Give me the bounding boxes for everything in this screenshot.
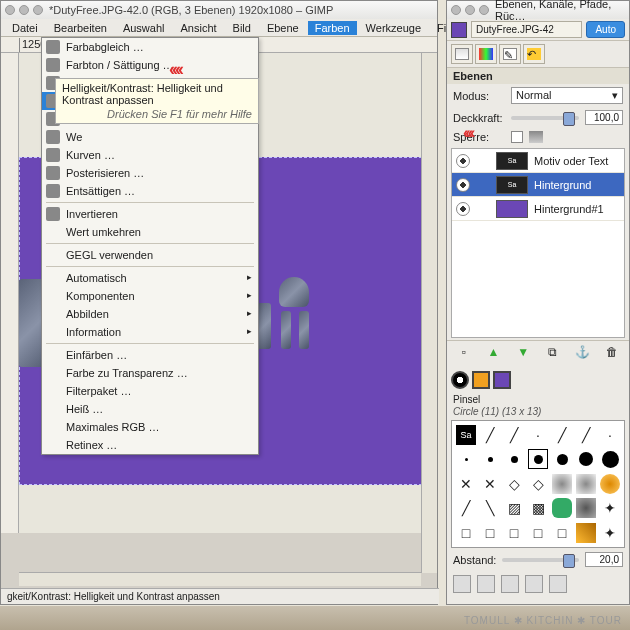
brush-grid[interactable]: Sa ╱ ╱ · ╱ ╱ · ✕ ✕ ◇ ◇ ╱ ╲ ▨ ▩ ✦ □ □ □ □…: [451, 420, 625, 548]
refresh-brush-icon[interactable]: [549, 575, 567, 593]
brush-item[interactable]: ·: [528, 425, 548, 445]
menu-ebene[interactable]: Ebene: [260, 21, 306, 35]
brush-item[interactable]: [552, 449, 572, 469]
dd-posterisieren[interactable]: Posterisieren …: [42, 164, 258, 182]
brush-item[interactable]: ╱: [456, 498, 476, 518]
brush-item[interactable]: Sa: [456, 425, 476, 445]
duplicate-brush-icon[interactable]: [501, 575, 519, 593]
brush-item[interactable]: ╱: [480, 425, 500, 445]
anchor-layer-icon[interactable]: ⚓: [573, 345, 591, 363]
brush-item[interactable]: [576, 498, 596, 518]
image-thumb-icon[interactable]: [451, 22, 467, 38]
auto-button[interactable]: Auto: [586, 21, 625, 38]
dd-retinex[interactable]: Retinex …: [42, 436, 258, 454]
brush-item[interactable]: ◇: [504, 474, 524, 494]
duplicate-layer-icon[interactable]: ⧉: [544, 345, 562, 363]
menubar[interactable]: Datei Bearbeiten Auswahl Ansicht Bild Eb…: [1, 19, 437, 37]
traffic-lights[interactable]: [5, 5, 43, 15]
brush-item[interactable]: [576, 474, 596, 494]
new-brush-icon[interactable]: [477, 575, 495, 593]
menu-datei[interactable]: Datei: [5, 21, 45, 35]
dd-invertieren[interactable]: Invertieren: [42, 205, 258, 223]
layer-name[interactable]: Hintergrund#1: [534, 203, 604, 215]
minimize-dot[interactable]: [19, 5, 29, 15]
dd-max-rgb[interactable]: Maximales RGB …: [42, 418, 258, 436]
brush-item[interactable]: [480, 449, 500, 469]
dd-gegl[interactable]: GEGL verwenden: [42, 246, 258, 264]
lock-pixels-checkbox[interactable]: [511, 131, 523, 143]
brush-item[interactable]: ▩: [528, 498, 548, 518]
brush-item[interactable]: □: [480, 523, 500, 543]
brush-item[interactable]: ·: [600, 425, 620, 445]
close-dot[interactable]: [451, 5, 461, 15]
layer-item[interactable]: Sa Motiv oder Text: [452, 149, 624, 173]
lock-alpha-icon[interactable]: [529, 131, 543, 143]
paths-tab-icon[interactable]: ✎: [499, 44, 521, 64]
layer-visibility-icon[interactable]: [456, 202, 470, 216]
delete-brush-icon[interactable]: [525, 575, 543, 593]
close-dot[interactable]: [5, 5, 15, 15]
brush-item[interactable]: ✦: [600, 498, 620, 518]
brush-item[interactable]: ╱: [552, 425, 572, 445]
brush-item[interactable]: ✕: [480, 474, 500, 494]
layer-visibility-icon[interactable]: [456, 178, 470, 192]
image-name[interactable]: DutyFree.JPG-42: [471, 21, 582, 38]
delete-layer-icon[interactable]: 🗑: [603, 345, 621, 363]
menu-bild[interactable]: Bild: [226, 21, 258, 35]
opacity-value[interactable]: 100,0: [585, 110, 623, 125]
layers-tab-icon[interactable]: [451, 44, 473, 64]
menu-farben[interactable]: Farben: [308, 21, 357, 35]
brush-item[interactable]: ✦: [600, 523, 620, 543]
brush-item[interactable]: [600, 449, 620, 469]
menu-auswahl[interactable]: Auswahl: [116, 21, 172, 35]
brush-item[interactable]: [504, 449, 524, 469]
dd-heiss[interactable]: Heiß …: [42, 400, 258, 418]
brush-item[interactable]: □: [552, 523, 572, 543]
brush-item[interactable]: [528, 449, 548, 469]
brush-item[interactable]: [576, 449, 596, 469]
opacity-slider[interactable]: [511, 116, 579, 120]
patterns-tab-icon[interactable]: [472, 371, 490, 389]
menu-ansicht[interactable]: Ansicht: [173, 21, 223, 35]
brush-item[interactable]: □: [456, 523, 476, 543]
zoom-dot[interactable]: [479, 5, 489, 15]
layer-name[interactable]: Hintergrund: [534, 179, 591, 191]
brush-item[interactable]: ▨: [504, 498, 524, 518]
dd-komponenten[interactable]: Komponenten: [42, 287, 258, 305]
channels-tab-icon[interactable]: [475, 44, 497, 64]
scrollbar-vertical[interactable]: [421, 53, 437, 573]
layer-item[interactable]: Sa Hintergrund: [452, 173, 624, 197]
brush-item[interactable]: ╱: [504, 425, 524, 445]
layer-visibility-icon[interactable]: [456, 154, 470, 168]
brush-item[interactable]: ◇: [528, 474, 548, 494]
layer-item[interactable]: Hintergrund#1: [452, 197, 624, 221]
brush-item[interactable]: [552, 474, 572, 494]
dd-farbabgleich[interactable]: Farbabgleich …: [42, 38, 258, 56]
brush-item[interactable]: [456, 449, 476, 469]
dd-entsaettigen[interactable]: Entsättigen …: [42, 182, 258, 200]
brush-item[interactable]: [552, 498, 572, 518]
scrollbar-horizontal[interactable]: [19, 572, 421, 586]
mode-select[interactable]: Normal▾: [511, 87, 623, 104]
brushes-tab-icon[interactable]: [451, 371, 469, 389]
gradients-tab-icon[interactable]: [493, 371, 511, 389]
layer-name[interactable]: Motiv oder Text: [534, 155, 608, 167]
brush-item[interactable]: ╲: [480, 498, 500, 518]
traffic-lights[interactable]: [451, 5, 489, 15]
spacing-slider[interactable]: [502, 558, 579, 562]
lower-layer-icon[interactable]: ▼: [514, 345, 532, 363]
menu-bearbeiten[interactable]: Bearbeiten: [47, 21, 114, 35]
dd-we[interactable]: We: [42, 128, 258, 146]
zoom-dot[interactable]: [33, 5, 43, 15]
brush-item[interactable]: [600, 474, 620, 494]
dd-abbilden[interactable]: Abbilden: [42, 305, 258, 323]
menu-werkzeuge[interactable]: Werkzeuge: [359, 21, 428, 35]
brush-item[interactable]: ╱: [576, 425, 596, 445]
dd-kurven[interactable]: Kurven …: [42, 146, 258, 164]
spacing-value[interactable]: 20,0: [585, 552, 623, 567]
dd-farbton[interactable]: Farbton / Sättigung …: [42, 56, 258, 74]
brush-item[interactable]: □: [504, 523, 524, 543]
layer-list[interactable]: Sa Motiv oder Text Sa Hintergrund Hinter…: [451, 148, 625, 338]
raise-layer-icon[interactable]: ▲: [484, 345, 502, 363]
brush-item[interactable]: □: [528, 523, 548, 543]
